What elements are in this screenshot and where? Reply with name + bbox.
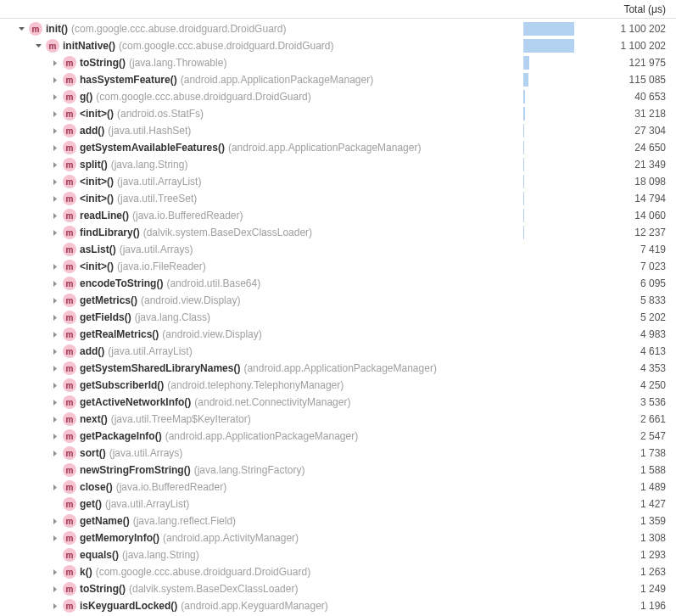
tree-row[interactable]: mnext()(java.util.TreeMap$KeyIterator)2 … [0, 411, 676, 428]
tree-row[interactable]: mk()(com.google.ccc.abuse.droidguard.Dro… [0, 563, 676, 580]
chevron-right-icon[interactable] [49, 176, 61, 188]
package-name: (java.lang.String) [122, 549, 199, 561]
tree-row[interactable]: mgetSystemSharedLibraryNames()(android.a… [0, 360, 676, 377]
tree-row[interactable]: m<init>()(java.util.TreeSet)14 794 [0, 190, 676, 207]
time-bar-cell [523, 463, 574, 477]
chevron-right-icon[interactable] [49, 159, 61, 171]
chevron-right-icon[interactable] [49, 532, 61, 544]
package-name: (android.app.ApplicationPackageManager) [165, 430, 358, 442]
tree-row[interactable]: minitNative()(com.google.ccc.abuse.droid… [0, 37, 676, 54]
chevron-down-icon[interactable] [15, 23, 27, 35]
chevron-right-icon[interactable] [49, 396, 61, 408]
chevron-right-icon[interactable] [49, 108, 61, 120]
chevron-right-icon[interactable] [49, 142, 61, 154]
tree-row[interactable]: mget()(java.util.ArrayList)1 427 [0, 496, 676, 512]
tree-row[interactable]: mgetName()(java.lang.reflect.Field)1 359 [0, 512, 676, 529]
tree-row[interactable]: mgetActiveNetworkInfo()(android.net.Conn… [0, 394, 676, 411]
tree-row[interactable]: mgetMetrics()(android.view.Display)5 833 [0, 292, 676, 309]
chevron-right-icon[interactable] [49, 413, 61, 425]
tree-row[interactable]: mg()(com.google.ccc.abuse.droidguard.Dro… [0, 88, 676, 105]
chevron-right-icon[interactable] [49, 447, 61, 459]
tree-row[interactable]: m<init>()(java.util.ArrayList)18 098 [0, 173, 676, 190]
method-name: sort() [80, 447, 106, 459]
time-bar-cell [523, 514, 574, 528]
expander-none [49, 464, 61, 476]
chevron-right-icon[interactable] [49, 277, 61, 289]
chevron-right-icon[interactable] [49, 294, 61, 306]
tree-row[interactable]: msort()(java.util.Arrays)1 738 [0, 445, 676, 462]
total-value: 3 536 [574, 396, 676, 408]
tree-row[interactable]: mfindLibrary()(dalvik.system.BaseDexClas… [0, 224, 676, 241]
method-icon: m [63, 344, 76, 358]
tree-row[interactable]: mequals()(java.lang.String)1 293 [0, 546, 676, 563]
package-name: (java.lang.Class) [135, 311, 210, 323]
chevron-right-icon[interactable] [49, 125, 61, 137]
time-bar-cell [523, 548, 574, 562]
time-bar-cell [523, 192, 574, 205]
package-name: (com.google.ccc.abuse.droidguard.DroidGu… [71, 23, 286, 35]
tree-row[interactable]: mgetMemoryInfo()(android.app.ActivityMan… [0, 529, 676, 546]
tree-row[interactable]: mtoString()(java.lang.Throwable)121 975 [0, 54, 676, 71]
package-name: (android.view.Display) [141, 294, 240, 306]
total-value: 1 196 [574, 600, 676, 612]
chevron-right-icon[interactable] [49, 260, 61, 272]
tree-row[interactable]: masList()(java.util.Arrays)7 419 [0, 241, 676, 258]
chevron-right-icon[interactable] [49, 345, 61, 357]
name-cell: mgetMetrics()(android.view.Display) [0, 294, 523, 307]
method-name: encodeToString() [80, 277, 163, 289]
time-bar-cell [523, 582, 574, 596]
tree-row[interactable]: mgetSubscriberId()(android.telephony.Tel… [0, 377, 676, 394]
tree-row[interactable]: mclose()(java.io.BufferedReader)1 489 [0, 479, 676, 496]
chevron-right-icon[interactable] [49, 193, 61, 204]
chevron-right-icon[interactable] [49, 74, 61, 86]
chevron-right-icon[interactable] [49, 311, 61, 323]
package-name: (dalvik.system.BaseDexClassLoader) [143, 227, 312, 238]
name-cell: madd()(java.util.HashSet) [0, 124, 523, 137]
chevron-right-icon[interactable] [49, 57, 61, 69]
tree-row[interactable]: mencodeToString()(android.util.Base64)6 … [0, 275, 676, 292]
tree-row[interactable]: mgetPackageInfo()(android.app.Applicatio… [0, 428, 676, 445]
chevron-right-icon[interactable] [49, 379, 61, 391]
tree-row[interactable]: mhasSystemFeature()(android.app.Applicat… [0, 71, 676, 88]
tree-row[interactable]: mnewStringFromString()(java.lang.StringF… [0, 462, 676, 479]
total-value: 1 738 [574, 447, 676, 459]
tree-row[interactable]: m<init>()(java.io.FileReader)7 023 [0, 258, 676, 275]
chevron-right-icon[interactable] [49, 600, 61, 612]
package-name: (android.util.Base64) [166, 277, 260, 289]
total-value: 31 218 [574, 108, 676, 120]
chevron-right-icon[interactable] [49, 227, 61, 238]
method-name: initNative() [63, 40, 115, 52]
method-icon: m [63, 260, 76, 273]
chevron-right-icon[interactable] [49, 515, 61, 527]
method-icon: m [63, 412, 76, 426]
chevron-right-icon[interactable] [49, 481, 61, 493]
chevron-right-icon[interactable] [49, 566, 61, 578]
tree-row[interactable]: misKeyguardLocked()(android.app.Keyguard… [0, 597, 676, 614]
chevron-right-icon[interactable] [49, 362, 61, 374]
method-name: getMemoryInfo() [80, 532, 159, 544]
column-header-total[interactable]: Total (μs) [574, 3, 676, 15]
time-bar-cell [523, 90, 574, 104]
chevron-right-icon[interactable] [49, 210, 61, 221]
tree-row[interactable]: madd()(java.util.HashSet)27 304 [0, 122, 676, 139]
chevron-right-icon[interactable] [49, 91, 61, 103]
tree-row[interactable]: mgetFields()(java.lang.Class)5 202 [0, 309, 676, 326]
chevron-right-icon[interactable] [49, 328, 61, 340]
tree-row[interactable]: mgetSystemAvailableFeatures()(android.ap… [0, 139, 676, 156]
tree-row[interactable]: mgetRealMetrics()(android.view.Display)4… [0, 326, 676, 343]
name-cell: m<init>()(java.util.ArrayList) [0, 175, 523, 188]
tree-row[interactable]: minit()(com.google.ccc.abuse.droidguard.… [0, 20, 676, 37]
name-cell: mtoString()(dalvik.system.BaseDexClassLo… [0, 582, 523, 596]
tree-row[interactable]: mreadLine()(java.io.BufferedReader)14 06… [0, 207, 676, 224]
method-icon: m [63, 446, 76, 460]
tree-row[interactable]: madd()(java.util.ArrayList)4 613 [0, 343, 676, 360]
package-name: (java.lang.StringFactory) [194, 464, 305, 476]
tree-row[interactable]: mtoString()(dalvik.system.BaseDexClassLo… [0, 580, 676, 597]
chevron-down-icon[interactable] [32, 40, 44, 52]
tree-row[interactable]: msplit()(java.lang.String)21 349 [0, 156, 676, 173]
time-bar-cell [523, 480, 574, 494]
chevron-right-icon[interactable] [49, 583, 61, 595]
chevron-right-icon[interactable] [49, 430, 61, 442]
tree-row[interactable]: m<init>()(android.os.StatFs)31 218 [0, 105, 676, 122]
time-bar-cell [523, 73, 574, 87]
